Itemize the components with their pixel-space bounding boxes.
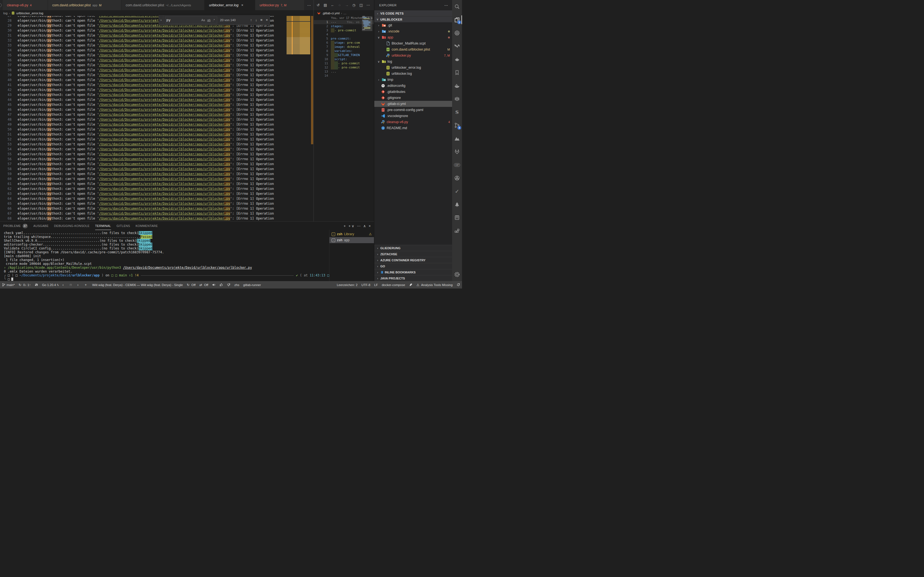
- terminal-instance-library[interactable]: ›zshLibrary⚠: [330, 231, 374, 237]
- status-like[interactable]: [218, 281, 225, 288]
- status-git-branch[interactable]: main*: [0, 281, 16, 288]
- section-gliederung[interactable]: ›GLIEDERUNG: [374, 245, 452, 251]
- section-zeitachse[interactable]: ›ZEITACHSE: [374, 251, 452, 257]
- terminal-dropdown-icon[interactable]: + ∨: [349, 224, 354, 228]
- tree-item-.vscodeignore[interactable]: .vscodeignore: [374, 113, 452, 119]
- minimap-right[interactable]: [362, 16, 372, 76]
- match-case-icon[interactable]: Aa: [200, 18, 206, 22]
- panel-tab-probleme[interactable]: PROBLEME37: [3, 222, 28, 230]
- find-in-selection-icon[interactable]: ≡: [259, 18, 264, 22]
- tab-com.david.urlblocker.plist[interactable]: com.david.urlblocker.plistappM: [48, 0, 121, 10]
- tree-item-readme.md[interactable]: iREADME.md: [374, 125, 452, 131]
- activity-git-graph-icon[interactable]: 4: [452, 119, 462, 132]
- find-next-icon[interactable]: ↓: [254, 18, 259, 22]
- breadcrumb-folder[interactable]: log: [3, 11, 7, 15]
- tab-com.david.urlblocker.plist[interactable]: com.david.urlblocker.plist~/.../LaunchAg…: [121, 0, 205, 10]
- tree-item-.pre-commit-config.yaml[interactable]: .pre-commit-config.yaml: [374, 107, 452, 113]
- activity-files-icon[interactable]: 1: [452, 13, 462, 26]
- status-squirrel[interactable]: [407, 281, 414, 288]
- activity-gear-icon[interactable]: [452, 268, 462, 281]
- panel-tab-debugging-konsole[interactable]: DEBUGGING-KONSOLE: [54, 222, 90, 230]
- section-urlblocker[interactable]: ∨URLBLOCKER: [374, 16, 452, 22]
- breadcrumb-file[interactable]: .gitlab-ci.yml: [322, 11, 339, 15]
- tree-item-cleanup-v6.py[interactable]: cleanup-v6.py4: [374, 119, 452, 125]
- activity-blocks-icon[interactable]: [452, 224, 462, 237]
- status-equalizer[interactable]: [33, 281, 40, 288]
- activity-terraform-icon[interactable]: [452, 40, 462, 53]
- activity-tree-icon[interactable]: [452, 198, 462, 211]
- tree-item-.gitlab-ci.yml[interactable]: .gitlab-ci.yml: [374, 101, 452, 107]
- status-go-version[interactable]: Go 1.20.4ϟ: [40, 281, 60, 288]
- activity-layers-icon[interactable]: [452, 92, 462, 105]
- activity-mountain-icon[interactable]: [452, 132, 462, 145]
- regex-icon[interactable]: .*: [212, 18, 216, 22]
- status-music-next[interactable]: ›: [75, 281, 83, 288]
- status-encoding[interactable]: UTF-8: [359, 281, 372, 288]
- tree-item-.gitignore[interactable]: .gitignore: [374, 95, 452, 101]
- section-azure-container-registry[interactable]: ›AZURE CONTAINER REGISTRY: [374, 257, 452, 263]
- tree-item-blocker_mailrule.scpt[interactable]: Blocker_MailRule.scpt: [374, 40, 452, 47]
- breadcrumb-right[interactable]: .gitlab-ci.yml › …: [314, 10, 374, 16]
- activity-gitlab-icon[interactable]: [452, 145, 462, 158]
- whole-word-icon[interactable]: ab: [206, 18, 212, 22]
- activity-kubernetes-icon[interactable]: [452, 26, 462, 40]
- tab-urlblocker-error.log[interactable]: urlblocker_error.log×: [205, 0, 255, 10]
- minimap-slider[interactable]: [286, 37, 310, 55]
- log-editor[interactable]: 27eloper/usr/bin/python3: can't open fil…: [0, 16, 313, 221]
- activity-search-icon[interactable]: [452, 0, 462, 13]
- tab-overflow-icon[interactable]: ⋯: [305, 0, 313, 10]
- section-java-projects[interactable]: ›JAVA PROJECTS: [374, 275, 452, 281]
- circle-icon[interactable]: ○: [336, 2, 343, 8]
- tree-item-urlblocker.log[interactable]: urlblocker.log: [374, 71, 452, 77]
- breadcrumb-file[interactable]: urlblocker_error.log: [16, 11, 43, 15]
- activity-floppy-icon[interactable]: [452, 211, 462, 224]
- next-change-icon[interactable]: →: [344, 2, 350, 8]
- open-changes-icon[interactable]: ▤: [322, 2, 329, 8]
- panel-tab-kommentare[interactable]: KOMMENTARE: [136, 222, 158, 230]
- tab-close-icon[interactable]: ×: [241, 3, 243, 7]
- tree-item-.git[interactable]: ›.git: [374, 22, 452, 28]
- status-git-sync[interactable]: ↻0↓ 1↑: [16, 281, 33, 288]
- section-vs-code-pets[interactable]: ›VS CODE PETS: [374, 10, 452, 16]
- panel-maximize-icon[interactable]: ∧: [363, 224, 366, 228]
- breadcrumb-tail[interactable]: …: [344, 11, 347, 15]
- tree-item-app[interactable]: ∨app: [374, 34, 452, 40]
- activity-letter-s-icon[interactable]: S: [452, 105, 462, 119]
- status-analysis-tools[interactable]: ⚠Analysis Tools Missing: [414, 281, 455, 288]
- split-editor-icon[interactable]: ◫: [358, 2, 364, 8]
- find-close-icon[interactable]: ×: [264, 18, 270, 22]
- panel-tab-gitlens[interactable]: GITLENS: [116, 222, 130, 230]
- more-actions-icon[interactable]: ⋯: [365, 2, 372, 8]
- find-collapse-icon[interactable]: ›: [159, 15, 163, 25]
- clock-icon[interactable]: ◷: [351, 2, 357, 8]
- status-shell-indicator[interactable]: zhs: [233, 281, 241, 288]
- section-inline-bookmarks[interactable]: ›INLINE BOOKMARKS: [374, 269, 452, 275]
- tree-item-log[interactable]: ∨log: [374, 58, 452, 64]
- tree-item-.editorconfig[interactable]: .editorconfig: [374, 83, 452, 89]
- prev-change-icon[interactable]: ←: [329, 2, 336, 8]
- panel-tab-terminal[interactable]: TERMINAL: [95, 222, 111, 230]
- status-shuffle-toggle[interactable]: ⇄Off: [197, 281, 210, 288]
- activity-bookmark-icon[interactable]: [452, 66, 462, 79]
- tree-item-urlblocker.py[interactable]: urlblocker.py7, M: [374, 53, 452, 58]
- status-indentation[interactable]: Leerzeichen: 2: [335, 281, 359, 288]
- tab-cleanup-v6.py[interactable]: cleanup-v6.py4: [2, 0, 48, 10]
- status-notifications[interactable]: [455, 281, 462, 288]
- terminal-instance-app[interactable]: ›zshapp: [330, 237, 374, 243]
- status-language-mode[interactable]: docker-compose: [380, 281, 407, 288]
- activity-share-icon[interactable]: [452, 171, 462, 185]
- status-gitlab-runner[interactable]: gitlab-runner: [241, 281, 263, 288]
- terminal-prompt-input[interactable]: ╰ □: [4, 277, 329, 281]
- activity-lamp-icon[interactable]: [452, 53, 462, 66]
- status-repeat-toggle[interactable]: ↻Off: [185, 281, 197, 288]
- panel-close-icon[interactable]: ×: [368, 224, 371, 228]
- status-music-add[interactable]: +: [83, 281, 90, 288]
- terminal[interactable]: check yaml..............................…: [0, 230, 329, 281]
- tree-item-com.david.urlblocker.plist[interactable]: com.david.urlblocker.plistM: [374, 47, 452, 53]
- status-eol[interactable]: LF: [372, 281, 380, 288]
- panel-tab-ausgabe[interactable]: AUSGABE: [33, 222, 48, 230]
- tree-item-tmp[interactable]: ›tmp: [374, 77, 452, 83]
- minimap[interactable]: [286, 16, 310, 55]
- activity-check-icon[interactable]: ✓: [452, 185, 462, 198]
- find-input[interactable]: [166, 18, 200, 22]
